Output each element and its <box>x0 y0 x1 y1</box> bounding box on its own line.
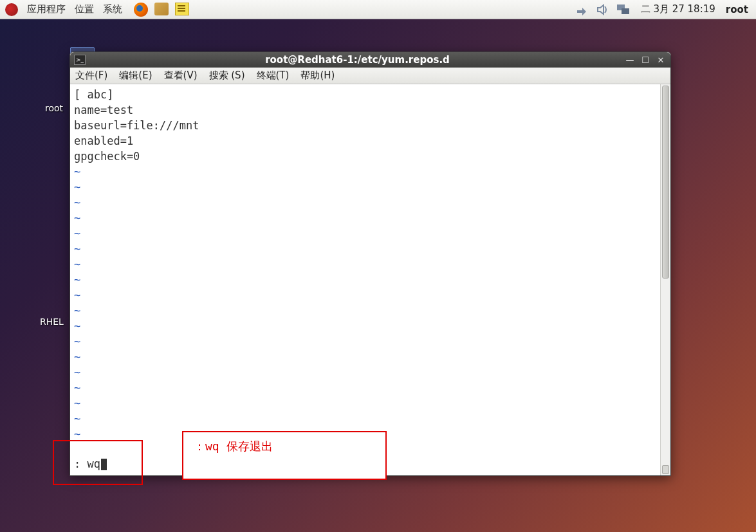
system-menu[interactable]: 系统 <box>103 3 122 15</box>
annotation-box-wq <box>53 440 143 485</box>
svg-rect-1 <box>622 8 629 14</box>
file-line: gpgcheck=0 <box>74 150 140 163</box>
vim-tilde: ~ <box>74 397 80 410</box>
clock[interactable]: 二 3月 27 18:19 <box>641 3 715 15</box>
network-icon[interactable] <box>616 3 631 16</box>
scrollbar[interactable] <box>660 84 670 475</box>
annotation-text: ：wq 保存退出 <box>194 439 273 454</box>
file-line: [ abc] <box>74 88 113 101</box>
vim-tilde: ~ <box>74 366 80 379</box>
desktop-label-rhel[interactable]: RHEL <box>40 316 64 327</box>
vim-tilde: ~ <box>74 351 80 363</box>
redhat-logo-icon[interactable] <box>5 3 18 16</box>
vim-tilde: ~ <box>74 412 80 425</box>
maximize-button[interactable]: ☐ <box>640 55 651 65</box>
vim-tilde: ~ <box>74 320 80 333</box>
vim-tilde: ~ <box>74 227 80 240</box>
vim-tilde: ~ <box>74 196 80 209</box>
desktop-label-root[interactable]: root <box>45 103 63 113</box>
text-editor-icon[interactable] <box>175 3 189 15</box>
quick-launch <box>134 3 189 17</box>
file-line: enabled=1 <box>74 134 133 147</box>
vim-tilde: ~ <box>74 381 80 394</box>
menu-edit[interactable]: 编辑(E) <box>119 69 152 82</box>
places-menu[interactable]: 位置 <box>75 3 94 15</box>
minimize-button[interactable]: — <box>624 55 636 65</box>
network-update-icon[interactable] <box>575 3 589 16</box>
applications-menu[interactable]: 应用程序 <box>27 3 66 15</box>
terminal-content[interactable]: [ abc] name=test baseurl=file:///mnt ena… <box>70 84 660 475</box>
file-line: baseurl=file:///mnt <box>74 119 199 132</box>
window-title: root@Redhat6-1:/etc/yum.repos.d <box>91 54 624 66</box>
vim-tilde: ~ <box>74 304 80 317</box>
tray-area: 二 3月 27 18:19 root <box>575 3 751 16</box>
vim-tilde: ~ <box>74 258 80 271</box>
terminal-body: [ abc] name=test baseurl=file:///mnt ena… <box>70 84 670 475</box>
terminal-app-icon: >_ <box>74 55 86 65</box>
titlebar[interactable]: >_ root@Redhat6-1:/etc/yum.repos.d — ☐ ✕ <box>70 52 670 68</box>
vim-tilde: ~ <box>74 181 80 194</box>
vim-tilde: ~ <box>74 335 80 348</box>
sound-icon[interactable] <box>596 3 610 16</box>
scrollbar-thumb[interactable] <box>662 86 669 279</box>
file-line: name=test <box>74 104 133 116</box>
menu-help[interactable]: 帮助(H) <box>300 69 335 82</box>
menu-search[interactable]: 搜索 (S) <box>209 69 245 82</box>
menubar: 文件(F) 编辑(E) 查看(V) 搜索 (S) 终端(T) 帮助(H) <box>70 68 670 84</box>
menu-terminal[interactable]: 终端(T) <box>257 69 290 82</box>
vim-tilde: ~ <box>74 243 80 255</box>
close-button[interactable]: ✕ <box>655 55 667 65</box>
vim-tilde: ~ <box>74 212 80 225</box>
firefox-icon[interactable] <box>134 3 148 17</box>
window-controls: — ☐ ✕ <box>624 55 667 65</box>
user-menu[interactable]: root <box>726 4 748 15</box>
vim-tilde: ~ <box>74 273 80 286</box>
top-panel: 应用程序 位置 系统 二 3月 27 18:19 root <box>0 0 756 19</box>
menu-file[interactable]: 文件(F) <box>75 69 107 82</box>
terminal-window: >_ root@Redhat6-1:/etc/yum.repos.d — ☐ ✕… <box>69 51 671 476</box>
menu-view[interactable]: 查看(V) <box>164 69 198 82</box>
vim-tilde: ~ <box>74 289 80 302</box>
package-manager-icon[interactable] <box>154 3 169 15</box>
scrollbar-down-arrow[interactable] <box>662 465 669 474</box>
annotation-callout: ：wq 保存退出 <box>182 431 387 480</box>
vim-tilde: ~ <box>74 165 80 178</box>
vim-tilde: ~ <box>74 428 80 441</box>
